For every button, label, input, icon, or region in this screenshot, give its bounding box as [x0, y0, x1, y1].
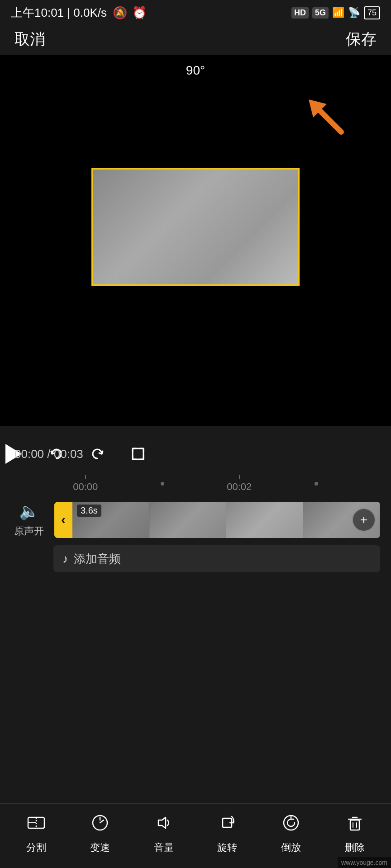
- ruler-tick: [239, 475, 240, 479]
- music-icon: ♪: [62, 552, 68, 566]
- top-navigation: 取消 保存: [0, 24, 391, 55]
- bottom-toolbar: 分割 变速 音量 旋转: [0, 803, 391, 868]
- timeline-area: 🔈 原声开 ‹ + 3.6s: [0, 495, 391, 545]
- svg-marker-10: [158, 817, 166, 828]
- video-frame: [91, 168, 300, 286]
- svg-rect-13: [350, 820, 359, 830]
- watermark: www.youge.com: [338, 857, 391, 868]
- delete-label: 删除: [345, 841, 365, 854]
- tool-delete[interactable]: 删除: [332, 813, 377, 854]
- timeline-ruler: 00:00 00:02: [0, 473, 391, 495]
- spacer: [0, 572, 391, 627]
- arrow-icon: [300, 91, 355, 146]
- reverse-label: 倒放: [281, 841, 301, 854]
- video-preview-area: 90°: [0, 55, 391, 426]
- rotation-angle-label: 90°: [186, 63, 205, 78]
- battery-indicator: 75: [364, 6, 380, 19]
- frame-thumb-3: [226, 502, 303, 538]
- time-display: 00:00 / 00:03: [14, 447, 83, 461]
- cancel-button[interactable]: 取消: [14, 29, 45, 50]
- ruler-tick: [85, 475, 86, 479]
- timeline-frames: [72, 502, 380, 538]
- status-right-icons: HD 5G 📶 📡 75: [291, 6, 380, 19]
- tool-speed[interactable]: 变速: [77, 813, 123, 854]
- svg-rect-3: [133, 448, 143, 459]
- ruler-mark-1: 00:02: [227, 475, 252, 493]
- speed-label: 变速: [90, 841, 110, 854]
- status-alarm-icon: ⏰: [132, 6, 147, 19]
- tool-reverse[interactable]: 倒放: [268, 813, 314, 854]
- ruler-mark-0: 00:00: [73, 475, 98, 493]
- timeline-thumb-left[interactable]: ‹: [54, 502, 72, 538]
- save-button[interactable]: 保存: [346, 29, 377, 50]
- rotate-label: 旋转: [217, 841, 237, 854]
- timeline-duration-label: 3.6s: [77, 505, 101, 517]
- status-separator: |: [67, 6, 73, 19]
- fullscreen-icon: [130, 446, 146, 462]
- speed-icon: [90, 813, 110, 837]
- rotate-icon: [217, 813, 237, 837]
- timeline-add-button[interactable]: +: [352, 508, 376, 532]
- status-time: 上午10:01: [11, 6, 64, 19]
- split-icon: [26, 813, 46, 837]
- volume-icon: [154, 813, 174, 837]
- ruler-label-1: 00:02: [227, 481, 252, 493]
- add-audio-row[interactable]: ♪ 添加音频: [53, 545, 380, 572]
- wifi-icon: 📡: [348, 7, 360, 19]
- signal-icon: 📶: [332, 7, 344, 19]
- tool-volume[interactable]: 音量: [141, 813, 186, 854]
- ruler-dot: [161, 482, 164, 486]
- tool-split[interactable]: 分割: [14, 813, 59, 854]
- status-mute-icon: 🔕: [113, 6, 127, 19]
- tool-rotate[interactable]: 旋转: [205, 813, 250, 854]
- delete-icon: [345, 813, 365, 837]
- svg-line-9: [100, 820, 104, 823]
- status-speed: 0.0K/s: [73, 6, 107, 19]
- thumb-arrow-icon: ‹: [61, 513, 65, 527]
- redo-icon: [89, 446, 105, 462]
- volume-label: 音量: [154, 841, 174, 854]
- status-time-speed: 上午10:01 | 0.0K/s 🔕 ⏰: [11, 5, 147, 21]
- audio-label: 原声开: [14, 524, 44, 538]
- audio-icon: 🔈: [19, 502, 39, 521]
- split-label: 分割: [26, 841, 46, 854]
- timeline-strip[interactable]: ‹ + 3.6s: [54, 502, 380, 538]
- status-bar: 上午10:01 | 0.0K/s 🔕 ⏰ HD 5G 📶 📡 75: [0, 0, 391, 24]
- add-audio-label: 添加音频: [74, 551, 121, 567]
- arrow-overlay: [300, 91, 355, 146]
- ruler-dot-2: [315, 482, 318, 486]
- playback-row: 00:00 / 00:03: [0, 435, 391, 473]
- audio-control[interactable]: 🔈 原声开: [11, 502, 47, 538]
- network-badge: 5G: [312, 7, 329, 19]
- redo-button[interactable]: [86, 443, 109, 465]
- ruler-marks: 00:00 00:02: [14, 475, 377, 493]
- hd-badge: HD: [291, 7, 309, 19]
- controls-area: 00:00 / 00:03: [0, 426, 391, 627]
- fullscreen-button[interactable]: [127, 443, 149, 465]
- frame-thumb-2: [149, 502, 226, 538]
- ruler-label-0: 00:00: [73, 481, 98, 493]
- timeline-strip-wrapper: ‹ + 3.6s: [54, 502, 380, 538]
- reverse-icon: [281, 813, 301, 837]
